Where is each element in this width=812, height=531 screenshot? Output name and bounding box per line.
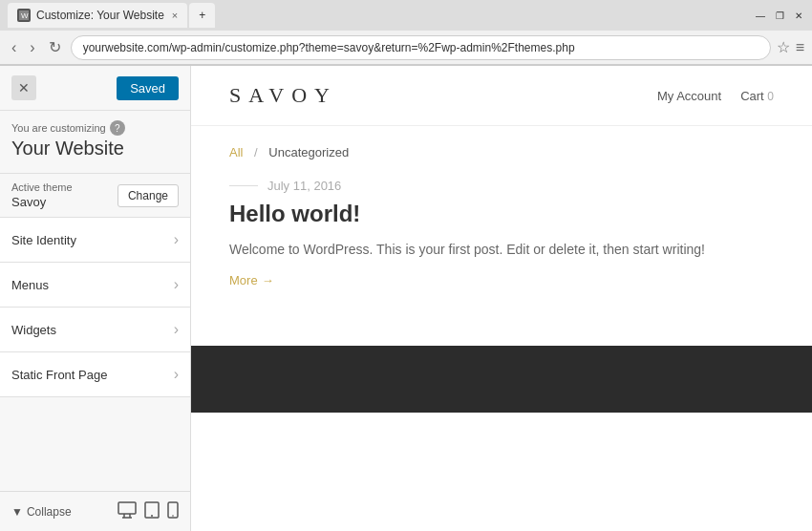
breadcrumb: All / Uncategorized (229, 145, 774, 159)
menu-button[interactable]: ≡ (796, 39, 804, 56)
sidebar-item-label: Menus (11, 278, 49, 292)
sidebar-header: ✕ Saved (0, 66, 190, 111)
post-date-line: July 11, 2016 (229, 179, 774, 193)
nav-account-link[interactable]: My Account (657, 89, 721, 103)
post-date: July 11, 2016 (267, 179, 341, 193)
post: July 11, 2016 Hello world! Welcome to Wo… (229, 179, 774, 288)
chevron-right-icon: › (174, 366, 179, 383)
collapse-icon: ▼ (11, 505, 23, 519)
chevron-right-icon: › (174, 276, 179, 293)
nav-cart-link[interactable]: Cart 0 (740, 89, 774, 103)
theme-name: Savoy (11, 195, 73, 209)
mobile-preview-button[interactable] (167, 501, 179, 522)
post-date-rule (229, 185, 258, 186)
tab-close-button[interactable]: × (172, 10, 178, 21)
active-theme-label: Active theme (11, 181, 73, 193)
back-button[interactable]: ‹ (8, 37, 20, 58)
title-bar: W Customize: Your Website × + — ❐ ✕ (0, 0, 812, 31)
site-logo: SAVOY (229, 83, 337, 108)
address-bar[interactable] (71, 35, 771, 60)
sidebar-info: You are customizing ? Your Website (0, 111, 190, 173)
sidebar: ✕ Saved You are customizing ? Your Websi… (0, 66, 191, 531)
svg-point-9 (172, 515, 174, 517)
browser-tab[interactable]: W Customize: Your Website × (8, 3, 187, 28)
preview-area: SAVOY My Account Cart 0 All / Uncategori… (191, 66, 812, 531)
breadcrumb-all-link[interactable]: All (229, 145, 243, 159)
more-arrow-icon: → (262, 273, 274, 287)
site-title: Your Website (11, 136, 179, 169)
close-button[interactable]: ✕ (793, 10, 804, 21)
svg-text:W: W (21, 11, 29, 20)
sidebar-close-button[interactable]: ✕ (11, 75, 36, 100)
minimize-button[interactable]: — (755, 10, 766, 21)
chevron-right-icon: › (174, 321, 179, 338)
theme-info: Active theme Savoy (11, 181, 73, 209)
breadcrumb-category: Uncategorized (268, 145, 349, 159)
sidebar-item-label: Static Front Page (11, 368, 107, 382)
more-link[interactable]: More → (229, 273, 274, 287)
tab-title: Customize: Your Website (36, 9, 164, 22)
sidebar-item-label: Widgets (11, 323, 56, 337)
chevron-right-icon: › (174, 231, 179, 248)
desktop-preview-button[interactable] (118, 501, 137, 522)
saved-button[interactable]: Saved (117, 76, 179, 100)
sidebar-item-label: Site Identity (11, 233, 76, 247)
change-theme-button[interactable]: Change (118, 184, 179, 207)
new-tab-button[interactable]: + (189, 3, 215, 28)
customizing-label: You are customizing ? (11, 120, 179, 136)
preview-controls (118, 501, 179, 522)
sidebar-item-widgets[interactable]: Widgets › (0, 308, 190, 352)
browser-toolbar: ‹ › ↻ ☆ ≡ (0, 31, 812, 65)
site-footer (191, 346, 812, 413)
tablet-preview-button[interactable] (144, 501, 160, 522)
window-controls: — ❐ ✕ (755, 10, 804, 21)
browser-chrome: W Customize: Your Website × + — ❐ ✕ ‹ › … (0, 0, 812, 66)
sidebar-footer: ▼ Collapse (0, 491, 190, 531)
info-icon[interactable]: ? (110, 120, 125, 136)
svg-rect-2 (118, 502, 136, 514)
collapse-label: Collapse (27, 505, 72, 519)
svg-point-7 (151, 515, 153, 517)
sidebar-menu: Site Identity › Menus › Widgets › Static… (0, 218, 190, 491)
bookmark-button[interactable]: ☆ (777, 38, 790, 56)
site-content: All / Uncategorized July 11, 2016 Hello … (191, 126, 812, 308)
sidebar-item-site-identity[interactable]: Site Identity › (0, 218, 190, 263)
preview-site: SAVOY My Account Cart 0 All / Uncategori… (191, 66, 812, 531)
forward-button[interactable]: › (26, 37, 38, 58)
tab-favicon: W (17, 9, 31, 22)
post-title: Hello world! (229, 201, 774, 227)
main-layout: ✕ Saved You are customizing ? Your Websi… (0, 66, 812, 531)
collapse-button[interactable]: ▼ Collapse (11, 505, 72, 519)
restore-button[interactable]: ❐ (774, 10, 785, 21)
sidebar-item-static-front-page[interactable]: Static Front Page › (0, 352, 190, 397)
post-content: Welcome to WordPress. This is your first… (229, 239, 774, 260)
sidebar-item-menus[interactable]: Menus › (0, 263, 190, 308)
nav-links: My Account Cart 0 (657, 89, 774, 103)
site-navigation: SAVOY My Account Cart 0 (191, 66, 812, 126)
refresh-button[interactable]: ↻ (45, 36, 65, 58)
breadcrumb-separator: / (254, 145, 258, 159)
active-theme-section: Active theme Savoy Change (0, 173, 190, 218)
cart-count: 0 (767, 90, 774, 103)
